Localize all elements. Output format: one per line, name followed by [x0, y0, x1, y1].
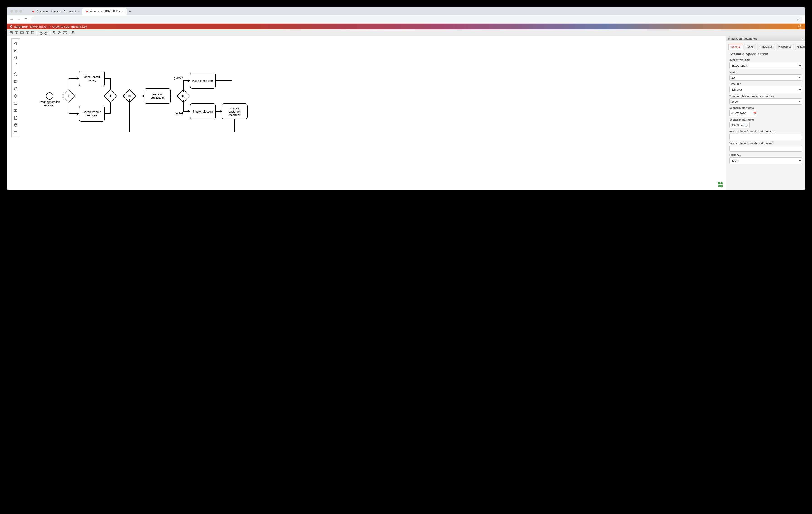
task-notify-rejection[interactable]: Notify rejection — [190, 103, 216, 119]
minimap-toggle-icon[interactable] — [717, 182, 723, 187]
svg-point-13 — [73, 33, 74, 34]
browser-tab-1[interactable]: Apromore - Advanced Process A × — [29, 8, 83, 16]
zoom-fit-icon[interactable] — [62, 30, 67, 35]
task-check-credit[interactable]: Check credit history — [79, 71, 105, 87]
element-palette — [11, 38, 20, 137]
task-check-income[interactable]: Check income sources — [79, 106, 105, 122]
svg-rect-1 — [10, 31, 12, 32]
parallel-gateway-join[interactable]: + — [106, 91, 115, 101]
forward-icon[interactable]: → — [17, 18, 21, 22]
close-icon[interactable]: × — [78, 10, 80, 13]
collapse-icon[interactable]: » — [802, 37, 803, 40]
tab-general[interactable]: General — [728, 44, 743, 50]
tab-timetables[interactable]: Timetables — [757, 44, 775, 50]
intermediate-event-icon[interactable] — [12, 78, 19, 85]
task-make-offer[interactable]: Make credit offer — [190, 73, 216, 89]
save-icon[interactable] — [9, 30, 13, 35]
app-header: apromore BPMN Editor > Order-to-cash (BP… — [7, 24, 805, 29]
label-time-unit: Time unit — [729, 83, 802, 86]
help-icon[interactable]: ? — [799, 25, 803, 29]
input-exclude-start[interactable] — [729, 134, 802, 140]
undo-icon[interactable] — [38, 30, 43, 35]
space-tool-icon[interactable] — [12, 55, 19, 61]
favicon-icon — [85, 10, 88, 13]
task-receive-feedback[interactable]: Receive customer feedback — [222, 103, 248, 119]
task-icon[interactable] — [12, 100, 19, 107]
tab-resources[interactable]: Resources — [776, 44, 794, 50]
exclusive-gateway-split[interactable]: × — [178, 91, 188, 101]
svg-text:SVG: SVG — [21, 32, 23, 34]
subprocess-icon[interactable] — [12, 107, 19, 114]
section-name: BPMN Editor — [30, 25, 47, 28]
redo-icon[interactable] — [44, 30, 49, 35]
data-object-icon[interactable] — [12, 115, 19, 121]
reload-icon[interactable]: ⟳ — [24, 17, 28, 22]
start-event[interactable] — [46, 92, 53, 100]
input-exclude-end[interactable] — [729, 146, 802, 152]
export-svg-icon[interactable]: SVG — [20, 30, 25, 35]
browser-tab-2[interactable]: Apromore - BPMN Editor × — [83, 8, 127, 16]
select-time-unit[interactable]: Minutes — [729, 86, 802, 93]
simulation-panel: Simulation Parameters » General Tasks Ti… — [726, 36, 805, 190]
minimize-window[interactable] — [15, 10, 18, 13]
save-as-icon[interactable] — [14, 30, 19, 35]
calendar-icon[interactable]: 📅 — [753, 112, 756, 115]
favicon-icon — [32, 10, 35, 13]
clear-icon[interactable]: × — [799, 76, 800, 79]
maximize-window[interactable] — [20, 10, 22, 13]
label-start-date: Scenario start date — [729, 107, 802, 110]
bookmark-icon[interactable]: ☆ — [796, 17, 800, 22]
label-inter-arrival: Inter arrival time — [729, 58, 802, 62]
panel-title: Simulation Parameters — [728, 37, 757, 40]
svg-point-15 — [14, 73, 17, 76]
browser-window: Apromore - Advanced Process A × Apromore… — [7, 7, 805, 190]
close-window[interactable] — [10, 10, 13, 13]
svg-rect-27 — [718, 185, 723, 187]
panel-tabs: General Tasks Timetables Resources Gatew… — [726, 41, 805, 50]
end-event-icon[interactable] — [12, 86, 19, 92]
edge-label-denied: denied — [175, 112, 183, 115]
close-icon[interactable]: × — [122, 10, 124, 13]
label-start-time: Scenario start time — [729, 118, 802, 121]
svg-point-17 — [14, 80, 17, 83]
tab-title: Apromore - Advanced Process A — [37, 10, 76, 13]
connect-tool-icon[interactable] — [12, 62, 19, 68]
input-start-date[interactable] — [729, 110, 756, 116]
window-controls — [10, 10, 22, 13]
gateway-icon[interactable] — [12, 93, 19, 99]
start-event-icon[interactable] — [12, 71, 19, 78]
diagram-canvas[interactable]: Credit application received + Check cred… — [20, 36, 726, 190]
tab-gateways[interactable]: Gateways — [795, 44, 805, 50]
tab-tasks[interactable]: Tasks — [744, 44, 756, 50]
data-store-icon[interactable] — [12, 122, 19, 128]
svg-point-26 — [721, 182, 723, 184]
select-inter-arrival[interactable]: Exponential — [729, 62, 802, 69]
input-instances[interactable] — [729, 98, 802, 104]
task-assess[interactable]: Assess application — [145, 88, 171, 104]
clock-icon[interactable]: 🕒 — [745, 124, 748, 127]
parallel-gateway-split[interactable]: + — [64, 91, 74, 101]
input-mean[interactable] — [729, 74, 802, 81]
new-tab-button[interactable]: + — [127, 9, 133, 16]
select-currency[interactable]: EUR — [729, 157, 802, 164]
lasso-tool-icon[interactable] — [12, 47, 19, 54]
pool-icon[interactable] — [12, 129, 19, 135]
svg-point-23 — [14, 124, 17, 124]
url-input[interactable]: ☆ — [31, 16, 803, 23]
panel-header: Simulation Parameters » — [726, 36, 805, 41]
svg-rect-19 — [14, 94, 17, 98]
address-bar: ← → ⟳ ☆ — [7, 16, 805, 24]
toolbar: SVG PDF — [7, 29, 805, 36]
workspace: Credit application received + Check cred… — [7, 36, 805, 190]
zoom-in-icon[interactable] — [52, 30, 57, 35]
back-icon[interactable]: ← — [9, 18, 13, 22]
simulate-icon[interactable] — [70, 30, 76, 35]
clear-icon[interactable]: × — [799, 100, 800, 103]
export-bpmn-icon[interactable] — [25, 30, 30, 35]
tab-title: Apromore - BPMN Editor — [90, 10, 120, 13]
label-mean: Mean — [729, 71, 802, 74]
panel-heading: Scenario Specification — [729, 52, 802, 56]
hand-tool-icon[interactable] — [12, 40, 19, 47]
export-pdf-icon[interactable]: PDF — [30, 30, 35, 35]
zoom-out-icon[interactable] — [57, 30, 62, 35]
